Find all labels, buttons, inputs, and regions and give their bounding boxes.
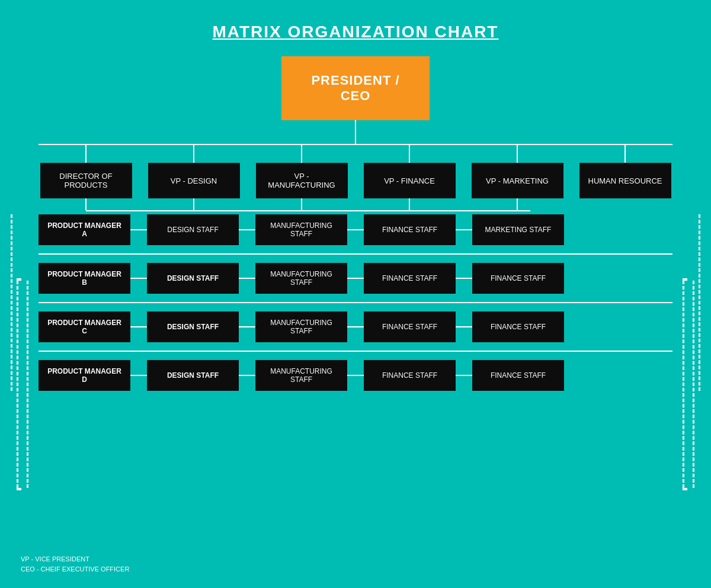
vp-to-staff-lines: [0, 198, 711, 210]
staff-cell-mkt-1: MARKETING STAFF: [472, 214, 564, 245]
staff-cell-mfg-2: MANUFACTURING STAFF: [255, 263, 347, 294]
vp-line-5: [517, 145, 518, 163]
page-container: MATRIX ORGANIZATION CHART PRESIDENT / CE…: [0, 0, 711, 588]
staff-cell-fin-1: FINANCE STAFF: [364, 214, 456, 245]
vp-box-manufacturing: VP - MANUFACTURING: [256, 163, 348, 198]
ceo-line-down: [355, 120, 356, 144]
staff-cell-design-1: DESIGN STAFF: [147, 214, 239, 245]
vp-line-3: [301, 145, 302, 163]
vp-line-4: [409, 145, 410, 163]
staff-cell-mkt-2: FINANCE STAFF: [472, 263, 564, 294]
col-hr: HUMAN RESOURCE: [578, 145, 672, 198]
vp-line-6: [624, 145, 626, 163]
staff-row-4: PRODUCT MANAGER D DESIGN STAFF MANUFACTU…: [11, 360, 700, 391]
vp-box-hr: HUMAN RESOURCE: [579, 163, 671, 198]
vp-box-design: VP - DESIGN: [148, 163, 240, 198]
col-vp-manufacturing: VP - MANUFACTURING: [254, 145, 349, 198]
staff-cell-hr-3: [581, 311, 672, 342]
vp-box-director: DIRECTOR OF PRODUCTS: [40, 163, 132, 198]
hr-bracket: [683, 278, 694, 490]
vp-box-finance: VP - FINANCE: [364, 163, 456, 198]
staff-cell-hr-2: [581, 263, 672, 294]
vp-box-marketing: VP - MARKETING: [472, 163, 563, 198]
staff-cell-design-4: DESIGN STAFF: [147, 360, 239, 391]
staff-cell-hr-1: [581, 214, 672, 245]
staff-cell-fin-4: FINANCE STAFF: [364, 360, 456, 391]
staff-cell-pm-3: PRODUCT MANAGER C: [39, 311, 130, 342]
footer-note: VP - VICE PRESIDENT CEO - CHEIF EXECUTIV…: [21, 554, 129, 575]
staff-row-2: PRODUCT MANAGER B DESIGN STAFF MANUFACTU…: [11, 263, 700, 294]
h-bar: [39, 144, 672, 145]
staff-cell-mfg-3: MANUFACTURING STAFF: [255, 311, 347, 342]
staff-cell-pm-1: PRODUCT MANAGER A: [39, 214, 130, 245]
pm-bracket: [17, 278, 28, 490]
col-vp-finance: VP - FINANCE: [362, 145, 457, 198]
staff-rows-area: PRODUCT MANAGER A DESIGN STAFF MANUFACTU…: [11, 214, 700, 391]
col-vp-design: VP - DESIGN: [146, 145, 241, 198]
vp-line-2: [193, 145, 194, 163]
ceo-box: PRESIDENT / CEO: [281, 56, 430, 120]
staff-cell-pm-4: PRODUCT MANAGER D: [39, 360, 130, 391]
staff-cell-mkt-4: FINANCE STAFF: [472, 360, 564, 391]
staff-cell-mkt-3: FINANCE STAFF: [472, 311, 564, 342]
staff-cell-mfg-1: MANUFACTURING STAFF: [255, 214, 347, 245]
staff-h-connector: [39, 210, 672, 211]
ceo-container: PRESIDENT / CEO: [0, 56, 711, 120]
staff-cell-pm-2: PRODUCT MANAGER B: [39, 263, 130, 294]
staff-cell-fin-2: FINANCE STAFF: [364, 263, 456, 294]
staff-cell-design-3: DESIGN STAFF: [147, 311, 239, 342]
vp-line-1: [85, 145, 87, 163]
col-director: DIRECTOR OF PRODUCTS: [39, 145, 133, 198]
staff-row-3: PRODUCT MANAGER C DESIGN STAFF MANUFACTU…: [11, 311, 700, 342]
staff-cell-hr-4: [581, 360, 672, 391]
staff-cell-mfg-4: MANUFACTURING STAFF: [255, 360, 347, 391]
staff-row-1: PRODUCT MANAGER A DESIGN STAFF MANUFACTU…: [11, 214, 700, 245]
staff-cell-fin-3: FINANCE STAFF: [364, 311, 456, 342]
page-title: MATRIX ORGANIZATION CHART: [0, 0, 711, 53]
vp-row: DIRECTOR OF PRODUCTS VP - DESIGN VP - MA…: [0, 145, 711, 198]
col-vp-marketing: VP - MARKETING: [470, 145, 565, 198]
staff-cell-design-2: DESIGN STAFF: [147, 263, 239, 294]
h-bar-container: [39, 144, 672, 145]
